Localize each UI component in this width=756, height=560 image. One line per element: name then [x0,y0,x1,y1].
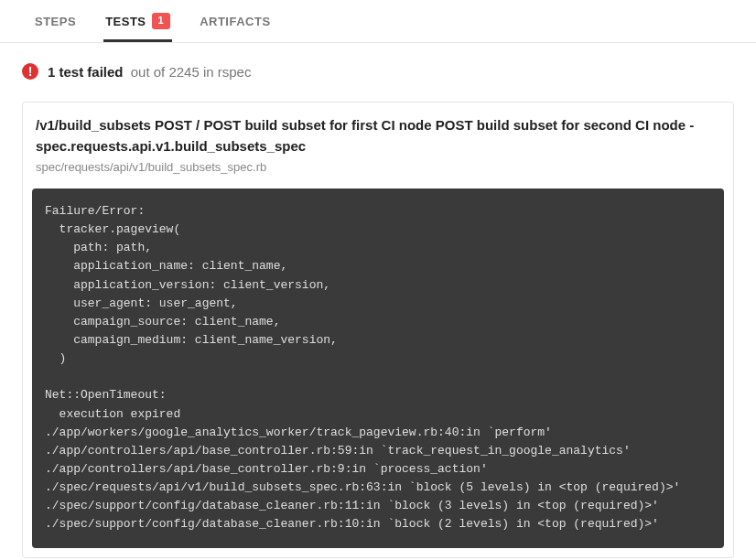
test-file-path: spec/requests/api/v1/build_subsets_spec.… [36,160,720,174]
status-fail-count: 1 test failed [48,64,124,80]
failure-output: Failure/Error: tracker.pageview( path: p… [32,188,724,548]
panel-header: /v1/build_subsets POST / POST build subs… [23,102,733,183]
test-title: /v1/build_subsets POST / POST build subs… [36,115,720,156]
tests-badge: 1 [152,13,171,28]
tab-label: ARTIFACTS [200,15,270,28]
tab-label: TESTS [105,15,146,28]
test-result-panel: /v1/build_subsets POST / POST build subs… [22,102,734,558]
tab-steps[interactable]: STEPS [33,2,78,40]
status-total: out of 2245 in rspec [127,64,252,80]
tab-label: STEPS [35,15,76,28]
status-bar: ! 1 test failed out of 2245 in rspec [0,43,756,89]
status-text: 1 test failed out of 2245 in rspec [48,64,251,80]
tab-artifacts[interactable]: ARTIFACTS [198,2,272,40]
error-icon: ! [22,63,38,80]
tab-tests[interactable]: TESTS 1 [103,0,172,41]
tabs-bar: STEPS TESTS 1 ARTIFACTS [0,0,756,43]
